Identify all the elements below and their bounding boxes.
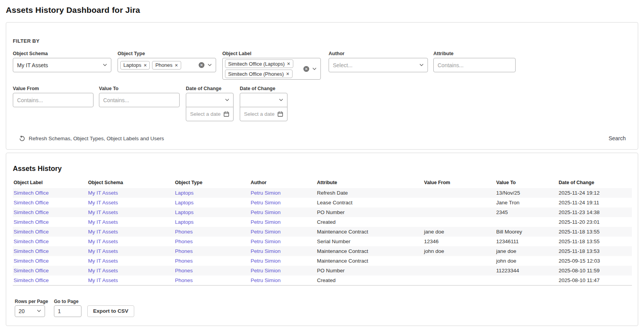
cell-link[interactable]: Simitech Office [14, 268, 49, 274]
cell-link[interactable]: Laptops [175, 200, 194, 206]
author-select[interactable]: Select... [329, 58, 428, 72]
cell-link[interactable]: Petru Simion [251, 268, 280, 274]
cell-link[interactable]: My IT Assets [88, 200, 118, 206]
table-row: Simitech OfficeMy IT AssetsPhonesPetru S… [13, 227, 632, 237]
table-cell: Bill Moorey [495, 227, 558, 237]
cell-link[interactable]: Laptops [175, 219, 194, 225]
table-cell: 2025-11-24 19:11 [558, 198, 632, 207]
cell-link[interactable]: Petru Simion [251, 239, 280, 244]
table-cell: Petru Simion [250, 227, 316, 237]
cell-link[interactable]: Simitech Office [14, 239, 49, 244]
filter-row-2: Value From Value To Date of Change Selec… [13, 86, 631, 121]
table-cell: 2025-08-10 11:59 [558, 266, 632, 275]
chip-label: Simitech Office (Laptops) [228, 61, 285, 67]
author-label: Author [329, 51, 428, 58]
object-schema-select[interactable]: My IT Assets [13, 58, 111, 72]
table-cell: Phones [174, 266, 250, 275]
cell-link[interactable]: Petru Simion [251, 258, 280, 264]
date-to-picker[interactable]: Select a date [240, 107, 287, 121]
filter-footer: Refresh Schemas, Object Types, Object La… [13, 135, 631, 141]
date-from-picker[interactable]: Select a date [186, 107, 234, 121]
clear-all-icon[interactable]: ✕ [303, 66, 309, 72]
date-from-operator-select[interactable] [186, 93, 234, 107]
cell-link[interactable]: My IT Assets [88, 268, 118, 274]
date-of-change-from-label: Date of Change [186, 86, 234, 93]
cell-link[interactable]: Petru Simion [251, 248, 280, 254]
cell-link[interactable]: Petru Simion [251, 190, 280, 196]
export-csv-button[interactable]: Export to CSV [87, 305, 134, 317]
cell-link[interactable]: My IT Assets [88, 209, 118, 215]
date-from-stack: Select a date [186, 93, 234, 121]
table-cell: Laptops [174, 217, 250, 227]
chevron-down-icon [208, 64, 212, 66]
table-cell: My IT Assets [87, 188, 174, 198]
date-to-operator-select[interactable] [240, 93, 287, 107]
cell-link[interactable]: Laptops [175, 209, 194, 215]
cell-link[interactable]: My IT Assets [88, 248, 118, 254]
cell-link[interactable]: Petru Simion [251, 229, 280, 235]
cell-link[interactable]: Simitech Office [14, 200, 49, 206]
cell-link[interactable]: My IT Assets [88, 219, 118, 225]
calendar-icon [277, 111, 283, 117]
cell-link[interactable]: Simitech Office [14, 209, 49, 215]
cell-link[interactable]: Phones [175, 258, 193, 264]
cell-link[interactable]: Simitech Office [14, 258, 49, 264]
table-cell: Laptops [174, 188, 250, 198]
cell-link[interactable]: Simitech Office [14, 219, 49, 225]
search-button[interactable]: Search [609, 135, 631, 141]
table-cell: 2025-09-15 12:03 [558, 256, 632, 266]
cell-link[interactable]: Phones [175, 277, 193, 283]
chip-remove-icon[interactable]: × [286, 71, 289, 77]
table-cell: My IT Assets [87, 275, 174, 285]
object-label-chips: Simitech Office (Laptops)×Simitech Offic… [225, 59, 293, 78]
cell-link[interactable]: Simitech Office [14, 190, 49, 196]
column-header: Value From [423, 179, 495, 188]
value-from-input[interactable] [13, 93, 93, 107]
cell-link[interactable]: Phones [175, 239, 193, 244]
clear-all-icon[interactable]: ✕ [199, 62, 204, 68]
chip-remove-icon[interactable]: × [175, 63, 178, 68]
cell-link[interactable]: My IT Assets [88, 239, 118, 244]
cell-link[interactable]: Phones [175, 248, 193, 254]
table-row: Simitech OfficeMy IT AssetsLaptopsPetru … [13, 188, 632, 198]
cell-link[interactable]: Petru Simion [251, 277, 280, 283]
table-row: Simitech OfficeMy IT AssetsLaptopsPetru … [13, 217, 632, 227]
cell-link[interactable]: My IT Assets [88, 258, 118, 264]
cell-link[interactable]: Petru Simion [251, 200, 280, 206]
cell-link[interactable]: My IT Assets [88, 229, 118, 235]
table-cell: My IT Assets [87, 246, 174, 256]
cell-link[interactable]: Simitech Office [14, 248, 49, 254]
table-cell: My IT Assets [87, 198, 174, 207]
value-to-input[interactable] [99, 93, 180, 107]
table-cell: Petru Simion [250, 275, 316, 285]
rows-per-page-select[interactable]: 20 [15, 305, 45, 317]
table-cell: Laptops [174, 207, 250, 217]
column-header: Value To [495, 179, 558, 188]
table-cell: Simitech Office [13, 217, 87, 227]
cell-link[interactable]: Petru Simion [251, 209, 280, 215]
object-label-multiselect[interactable]: Simitech Office (Laptops)×Simitech Offic… [222, 58, 321, 80]
table-cell: Simitech Office [13, 256, 87, 266]
column-header: Date of Change [558, 179, 632, 188]
cell-link[interactable]: My IT Assets [88, 277, 118, 283]
table-row: Simitech OfficeMy IT AssetsPhonesPetru S… [13, 275, 632, 285]
cell-link[interactable]: My IT Assets [88, 190, 118, 196]
chip-remove-icon[interactable]: × [144, 63, 147, 68]
cell-link[interactable]: Simitech Office [14, 229, 49, 235]
object-type-multiselect[interactable]: Laptops×Phones× ✕ [118, 58, 216, 72]
cell-link[interactable]: Phones [175, 229, 193, 235]
page-title: Assets History Dashboard for Jira [6, 5, 638, 15]
date-to-stack: Select a date [240, 93, 287, 121]
go-to-page-input[interactable] [54, 305, 81, 317]
cell-link[interactable]: Petru Simion [251, 219, 280, 225]
chip-remove-icon[interactable]: × [287, 61, 290, 66]
filter-row-1: Object Schema My IT Assets Object Type L… [13, 51, 631, 80]
refresh-button[interactable]: Refresh Schemas, Object Types, Object La… [13, 136, 164, 141]
attribute-input[interactable] [433, 58, 516, 72]
table-row: Simitech OfficeMy IT AssetsPhonesPetru S… [13, 237, 632, 246]
cell-link[interactable]: Phones [175, 268, 193, 274]
column-header: Author [250, 179, 316, 188]
cell-link[interactable]: Simitech Office [14, 277, 49, 283]
table-cell [495, 217, 558, 227]
cell-link[interactable]: Laptops [175, 190, 194, 196]
